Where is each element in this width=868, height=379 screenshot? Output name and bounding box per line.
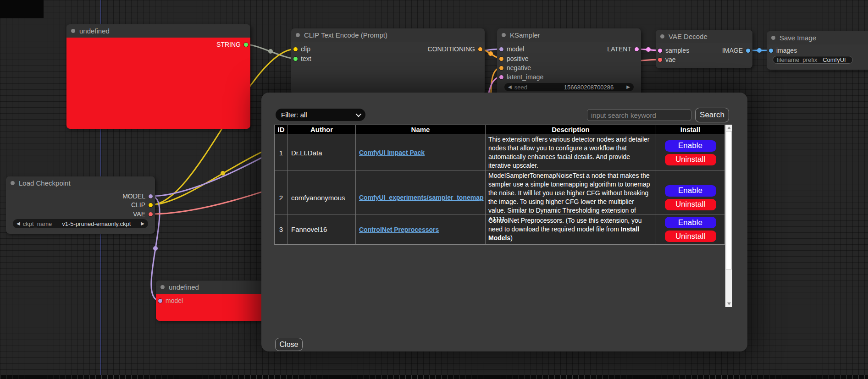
port-dot-images[interactable] [769, 49, 773, 53]
column-header-author: Author [288, 125, 356, 134]
port-dot-vae[interactable] [658, 58, 662, 62]
port-input-model[interactable]: model [158, 297, 183, 304]
widget-filename_prefix[interactable]: filename_prefixComfyUI [773, 56, 853, 64]
port-dot-model[interactable] [499, 47, 503, 51]
node-undefined-top[interactable]: undefinedSTRING [66, 24, 250, 129]
port-dot-positive[interactable] [499, 57, 503, 61]
port-label: LATENT [607, 45, 631, 53]
port-input-latent_image[interactable]: latent_image [499, 73, 543, 81]
port-output-STRING[interactable]: STRING [216, 41, 248, 48]
search-input[interactable] [587, 109, 691, 121]
node-collapse-dot[interactable] [771, 36, 775, 40]
port-input-text[interactable]: text [293, 55, 311, 62]
canvas-ruler [0, 375, 868, 379]
extension-link[interactable]: ComfyUI_experiments/sampler_tonemap [359, 194, 484, 201]
widget-seed[interactable]: ◀seed156680208700286▶ [504, 83, 634, 91]
extension-link[interactable]: ComfyUI Impact Pack [359, 149, 425, 156]
port-input-model[interactable]: model [499, 45, 524, 53]
port-dot-LATENT[interactable] [635, 47, 639, 51]
port-output-CONDITIONING[interactable]: CONDITIONING [428, 45, 482, 53]
port-output-IMAGE[interactable]: IMAGE [722, 47, 750, 54]
widget-ckpt_name[interactable]: ◀ckpt_namev1-5-pruned-emaonly.ckpt▶ [13, 219, 148, 228]
uninstall-button[interactable]: Uninstall [665, 199, 716, 210]
enable-button[interactable]: Enable [665, 185, 716, 197]
widget-arrow-left[interactable]: ◀ [17, 221, 20, 226]
port-input-negative[interactable]: negative [499, 64, 531, 71]
node-collapse-dot[interactable] [160, 285, 165, 289]
table-row-1: 1Dr.Lt.DataComfyUI Impact PackThis exten… [275, 134, 724, 170]
port-dot-latent_image[interactable] [499, 75, 503, 79]
scrollbar-down-arrow[interactable] [725, 301, 732, 307]
node-title: undefined [79, 27, 110, 35]
node-titlebar[interactable]: KSampler [497, 28, 641, 42]
node-titlebar[interactable]: Save Image [767, 31, 868, 44]
widget-arrow-left[interactable]: ◀ [508, 85, 512, 89]
enable-button[interactable]: Enable [665, 140, 716, 152]
wire-midpoint-dot [268, 49, 273, 54]
node-clip-text-encode[interactable]: CLIP Text Encode (Prompt)cliptextCONDITI… [291, 28, 485, 95]
node-titlebar[interactable]: undefined [66, 24, 250, 38]
uninstall-button[interactable]: Uninstall [665, 154, 716, 165]
node-undefined-bottom[interactable]: undefinedmodel [156, 280, 267, 321]
node-collapse-dot[interactable] [296, 33, 300, 37]
uninstall-button[interactable]: Uninstall [665, 231, 716, 242]
scrollbar-thumb[interactable] [726, 131, 732, 269]
enable-button[interactable]: Enable [665, 217, 716, 228]
port-input-clip[interactable]: clip [293, 45, 310, 53]
port-dot-STRING[interactable] [244, 43, 248, 47]
cell-install: EnableUninstall [656, 134, 724, 171]
cell-name: ControlNet Preprocessors [356, 214, 486, 244]
node-titlebar[interactable]: VAE Decode [656, 30, 752, 43]
port-input-positive[interactable]: positive [499, 55, 528, 62]
cell-install: EnableUninstall [656, 214, 724, 244]
close-button[interactable]: Close [275, 338, 303, 351]
extension-link[interactable]: ControlNet Preprocessors [359, 226, 439, 233]
port-input-vae[interactable]: vae [658, 56, 676, 63]
port-output-VAE[interactable]: VAE [133, 210, 153, 218]
port-dot-model[interactable] [158, 299, 162, 303]
node-collapse-dot[interactable] [11, 181, 15, 185]
scrollbar-up-arrow[interactable] [725, 125, 732, 131]
node-title: Load Checkpoint [19, 179, 71, 187]
node-title: KSampler [510, 31, 540, 39]
cell-description: This extension offers various detector n… [486, 134, 656, 171]
manager-dialog: Filter: all Search IDAuthorNameDescripti… [261, 93, 747, 352]
port-dot-CONDITIONING[interactable] [478, 47, 482, 51]
filter-select[interactable]: Filter: all [276, 109, 365, 121]
node-title: VAE Decode [669, 33, 708, 40]
table-header-row: IDAuthorNameDescriptionInstall [275, 125, 724, 134]
node-collapse-dot[interactable] [71, 29, 75, 33]
port-label: model [166, 297, 183, 304]
port-label: samples [665, 47, 689, 54]
node-titlebar[interactable]: undefined [156, 280, 267, 294]
node-collapse-dot[interactable] [502, 33, 506, 37]
port-dot-MODEL[interactable] [149, 194, 153, 198]
port-input-samples[interactable]: samples [658, 47, 689, 54]
port-dot-samples[interactable] [658, 49, 662, 53]
column-header-id: ID [275, 125, 288, 134]
port-dot-clip[interactable] [293, 47, 298, 51]
port-dot-text[interactable] [293, 57, 298, 61]
node-vae-decode[interactable]: VAE DecodesamplesvaeIMAGE [656, 30, 752, 68]
port-output-MODEL[interactable]: MODEL [122, 192, 153, 200]
widget-label: ckpt_name [23, 220, 52, 227]
node-titlebar[interactable]: CLIP Text Encode (Prompt) [291, 28, 485, 42]
node-load-checkpoint[interactable]: Load CheckpointMODELCLIPVAE◀ckpt_namev1-… [6, 176, 155, 234]
port-dot-VAE[interactable] [149, 212, 153, 216]
port-dot-CLIP[interactable] [149, 203, 153, 207]
port-input-images[interactable]: images [769, 47, 797, 54]
scrollbar[interactable] [725, 125, 732, 307]
widget-arrow-right[interactable]: ▶ [626, 85, 630, 89]
widget-value: v1-5-pruned-emaonly.ckpt [55, 220, 138, 227]
port-dot-negative[interactable] [499, 66, 503, 70]
widget-arrow-right[interactable]: ▶ [141, 221, 144, 226]
port-output-CLIP[interactable]: CLIP [131, 201, 153, 209]
search-button[interactable]: Search [695, 108, 729, 122]
node-titlebar[interactable]: Load Checkpoint [6, 176, 155, 190]
port-output-LATENT[interactable]: LATENT [607, 45, 639, 53]
wire-midpoint-dot [221, 171, 225, 176]
node-collapse-dot[interactable] [660, 34, 664, 38]
node-save-image[interactable]: Save Imageimagesfilename_prefixComfyUI [767, 31, 868, 70]
wire-midpoint-dot [488, 51, 493, 56]
port-dot-IMAGE[interactable] [746, 49, 750, 53]
